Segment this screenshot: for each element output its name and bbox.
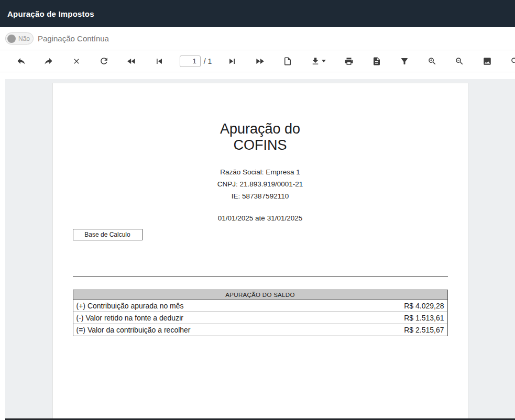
close-icon — [72, 57, 81, 65]
pdf-viewer-area[interactable]: Apuração do COFINS Razão Social: Empresa… — [5, 79, 515, 420]
zoom-in-icon — [428, 57, 437, 66]
row-label: (=) Valor da contribuição a recolher — [73, 324, 343, 336]
close-button[interactable] — [69, 54, 84, 69]
period-text: 01/01/2025 até 31/01/2025 — [53, 214, 468, 222]
filter-icon — [400, 57, 409, 66]
fast-backward-icon — [126, 56, 137, 67]
divider — [73, 276, 448, 277]
toggle-state-label: Não — [18, 35, 30, 42]
pdf-page: Apuração do COFINS Razão Social: Empresa… — [52, 83, 468, 420]
print-button[interactable] — [342, 54, 356, 69]
table-header: APURAÇÃO DO SALDO — [73, 290, 447, 300]
row-value: R$ 4.029,28 — [343, 300, 447, 312]
page-title: Apuração de Impostos — [7, 9, 94, 18]
new-document-button[interactable] — [280, 54, 295, 69]
razao-social-text: Razão Social: Empresa 1 — [53, 166, 468, 178]
row-label: (+) Contribuição apurada no mês — [73, 300, 343, 312]
toggle-knob-icon — [7, 35, 16, 43]
pdf-toolbar: / 1 — [0, 50, 515, 72]
zoom-in-button[interactable] — [425, 54, 440, 69]
refresh-button[interactable] — [96, 54, 111, 69]
fit-image-icon — [483, 57, 492, 66]
document-title-line1: Apuração do — [53, 121, 468, 137]
continuous-pagination-toggle[interactable]: Não — [5, 32, 34, 45]
zoom-out-button[interactable] — [452, 54, 467, 69]
download-icon — [311, 57, 320, 66]
document-title-line2: COFINS — [53, 137, 468, 153]
base-calculo-box: Base de Calculo — [73, 229, 143, 240]
fast-backward-button[interactable] — [124, 54, 139, 69]
page-number-input[interactable] — [180, 56, 201, 67]
forward-icon — [43, 56, 53, 66]
toggle-caption: Paginação Contínua — [38, 34, 109, 43]
fit-image-button[interactable] — [480, 54, 495, 69]
viewer-top-gap — [0, 72, 515, 79]
new-document-icon — [283, 57, 292, 66]
pagination-toggle-row: Não Paginação Contínua — [0, 27, 515, 50]
last-page-button[interactable] — [225, 54, 239, 69]
fast-forward-icon — [255, 56, 265, 67]
cnpj-text: CNPJ: 21.893.919/0001-21 — [53, 178, 468, 190]
document-title: Apuração do COFINS — [53, 121, 468, 153]
company-info: Razão Social: Empresa 1 CNPJ: 21.893.919… — [53, 166, 468, 202]
row-label: (-) Valor retido na fonte a deduzir — [73, 312, 343, 324]
back-icon — [16, 56, 26, 66]
saldo-table: APURAÇÃO DO SALDO (+) Contribuição apura… — [73, 290, 448, 336]
first-page-button[interactable] — [152, 54, 167, 69]
search-icon — [510, 57, 515, 66]
back-button[interactable] — [14, 54, 28, 69]
download-caret-icon — [322, 60, 326, 62]
page-navigation: / 1 — [180, 56, 212, 67]
zoom-out-icon — [455, 57, 464, 66]
row-value: R$ 1.513,61 — [343, 312, 447, 324]
page-total-label: / 1 — [204, 57, 212, 65]
filter-button[interactable] — [397, 54, 412, 69]
ie-text: IE: 587387592110 — [53, 190, 468, 202]
print-icon — [344, 57, 354, 66]
refresh-icon — [99, 56, 109, 66]
row-value: R$ 2.515,67 — [343, 324, 447, 336]
search-button[interactable] — [508, 54, 515, 69]
report-button[interactable] — [369, 54, 384, 69]
table-row: (+) Contribuição apurada no mês R$ 4.029… — [73, 300, 447, 312]
last-page-icon — [227, 56, 237, 67]
forward-button[interactable] — [41, 54, 56, 69]
app-header: Apuração de Impostos — [0, 0, 515, 27]
fast-forward-button[interactable] — [253, 54, 267, 69]
download-button[interactable] — [308, 54, 328, 69]
table-row: (-) Valor retido na fonte a deduzir R$ 1… — [73, 312, 447, 324]
first-page-icon — [154, 56, 165, 67]
table-header-row: APURAÇÃO DO SALDO — [73, 290, 447, 300]
report-icon — [372, 57, 381, 66]
table-row: (=) Valor da contribuição a recolher R$ … — [73, 324, 447, 336]
